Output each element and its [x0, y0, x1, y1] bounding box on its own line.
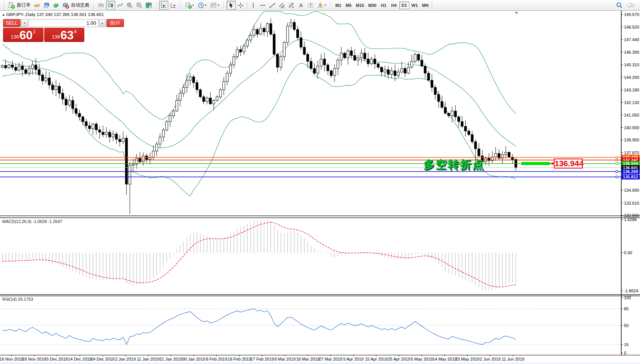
toolbar: 新订单 — [0, 0, 640, 11]
auto-trading-button[interactable] — [61, 1, 70, 10]
svg-text:T: T — [309, 3, 312, 8]
timeframe-mn-button[interactable]: MN — [420, 2, 430, 9]
macd-panel-area[interactable] — [0, 218, 621, 294]
search-icon — [616, 2, 623, 9]
line-chart-icon — [117, 2, 124, 9]
tile-windows-icon — [145, 2, 152, 9]
main-chart-area[interactable] — [0, 11, 621, 216]
time-axis[interactable] — [0, 355, 621, 362]
toolbar-handle[interactable] — [329, 1, 332, 10]
timeframe-h1-button[interactable]: H1 — [379, 2, 389, 9]
symbol-period-label: GBPJPY-,Daily — [6, 12, 35, 17]
arrows-icon — [317, 2, 324, 9]
chevron-down-icon: ▾ — [324, 3, 326, 7]
cursor-icon — [228, 2, 235, 9]
timeframe-m5-button[interactable]: M5 — [344, 2, 354, 9]
rsi-panel-area[interactable] — [0, 296, 621, 355]
zoom-out-button[interactable] — [135, 1, 144, 10]
auto-scroll-button[interactable] — [159, 1, 168, 10]
buy-price-point: 4 — [74, 29, 77, 34]
rsi-indicator-label: RSI(14) 29.1753 — [2, 297, 33, 301]
community-chat-button[interactable] — [626, 1, 635, 10]
chart-text-annotation[interactable]: 多空转折点 — [423, 157, 484, 172]
arrows-tool-button[interactable]: ▾ — [315, 1, 328, 10]
toolbar-separator — [432, 2, 432, 9]
chart-shift-button[interactable] — [169, 1, 178, 10]
sell-button[interactable]: SELL — [3, 19, 21, 27]
price-callout-label[interactable]: 136.944 — [554, 159, 583, 168]
search-button[interactable] — [615, 1, 624, 10]
text-label-tool-button[interactable]: T — [306, 1, 315, 10]
svg-text:A: A — [299, 2, 303, 8]
svg-text:F: F — [293, 6, 294, 9]
chat-icon — [627, 2, 635, 9]
macd-indicator-label: MACD(12,26,9) -1.0628 -1.2647 — [2, 219, 62, 224]
auto-scroll-icon — [160, 2, 167, 9]
bottom-strip — [0, 362, 640, 364]
timeframe-m1-button[interactable]: M1 — [333, 2, 343, 9]
cursor-tool-button[interactable] — [227, 1, 236, 10]
vertical-line-icon — [250, 2, 257, 9]
market-watch-button[interactable] — [42, 1, 51, 10]
sell-price-point: 1 — [33, 29, 36, 34]
sell-price-figure: 136 — [11, 34, 19, 40]
new-order-icon — [8, 2, 15, 9]
indicators-icon — [185, 2, 192, 9]
toolbar-handle[interactable] — [179, 1, 182, 10]
volume-increase-button[interactable]: ▲ — [99, 19, 106, 27]
zoom-in-icon — [126, 2, 133, 9]
timeframe-m15-button[interactable]: M15 — [354, 2, 366, 9]
tile-windows-button[interactable] — [144, 1, 153, 10]
text-icon: A — [297, 2, 304, 9]
one-click-trading-panel: SELL ▼ ▲ BUY 136 60 1 136 63 4 — [3, 19, 84, 42]
fibonacci-icon: F — [288, 2, 295, 9]
bar-chart-icon — [98, 2, 105, 9]
bar-chart-button[interactable] — [96, 1, 106, 10]
crosshair-tool-button[interactable] — [236, 1, 245, 10]
volume-input[interactable] — [29, 19, 98, 27]
vertical-line-tool-button[interactable] — [249, 1, 258, 10]
sell-price-button[interactable]: 136 60 1 — [3, 28, 43, 42]
timeframe-d1-button[interactable]: D1 — [399, 2, 409, 9]
ohlc-values: 137.340 137.395 136.501 136.601 — [37, 12, 104, 17]
toolbar-handle[interactable] — [3, 1, 5, 10]
new-order-label: 新订单 — [16, 2, 32, 8]
templates-button[interactable]: ▾ — [209, 1, 221, 10]
trendline-tool-button[interactable] — [268, 1, 277, 10]
timeframe-h4-button[interactable]: H4 — [389, 2, 399, 9]
line-chart-button[interactable] — [116, 1, 125, 10]
equidistant-channel-icon: E — [278, 2, 285, 9]
signals-button[interactable] — [51, 1, 61, 10]
template-icon — [210, 2, 217, 9]
indicators-button[interactable]: ▾ — [183, 1, 196, 10]
text-tool-button[interactable]: A — [296, 1, 306, 10]
collapse-arrow-icon[interactable]: ▲ — [2, 13, 5, 16]
toolbar-handle[interactable] — [222, 1, 225, 10]
timeframe-w1-button[interactable]: W1 — [410, 2, 420, 9]
fibonacci-tool-button[interactable]: F — [287, 1, 296, 10]
buy-price-pips: 63 — [61, 30, 74, 41]
timeframe-m30-button[interactable]: M30 — [366, 2, 378, 9]
panel-splitter[interactable] — [0, 294, 640, 295]
channel-tool-button[interactable]: E — [277, 1, 286, 10]
volume-decrease-button[interactable]: ▼ — [21, 19, 28, 27]
toolbar-handle[interactable] — [92, 1, 95, 10]
auto-trading-label: 自动交易 — [71, 2, 91, 8]
new-order-button[interactable] — [7, 1, 16, 10]
buy-price-button[interactable]: 136 63 4 — [44, 28, 85, 42]
horizontal-line-tool-button[interactable] — [258, 1, 267, 10]
buy-button[interactable]: BUY — [106, 19, 124, 27]
book-icon — [34, 2, 40, 9]
sell-price-pips: 60 — [19, 30, 32, 41]
price-axis[interactable] — [621, 11, 640, 355]
chevron-down-icon: ▾ — [192, 3, 194, 7]
candlestick-chart-button[interactable] — [106, 1, 115, 10]
candlestick-chart-icon — [107, 2, 114, 9]
zoom-in-button[interactable] — [125, 1, 134, 10]
horizontal-line-icon — [259, 2, 266, 9]
toolbar-handle[interactable] — [155, 1, 158, 10]
chevron-down-icon: ▾ — [205, 3, 206, 7]
history-center-button[interactable] — [32, 1, 42, 10]
periods-button[interactable]: ▾ — [196, 1, 208, 10]
text-label-icon: T — [307, 2, 314, 9]
